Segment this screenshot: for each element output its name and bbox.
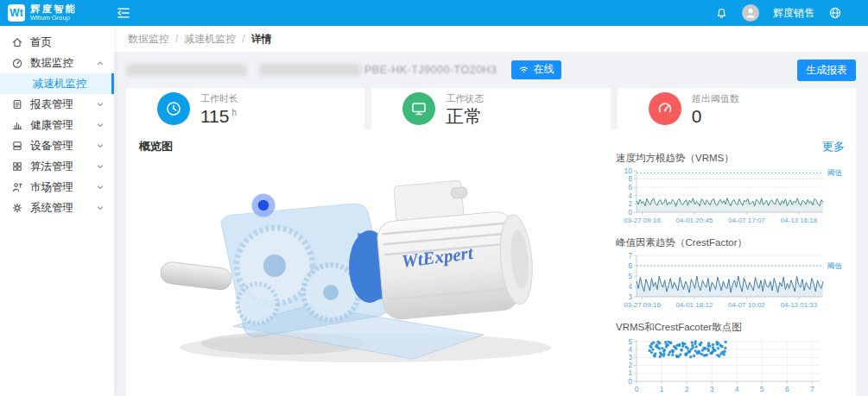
generate-report-button[interactable]: 生成报表: [797, 60, 856, 81]
svg-text:4: 4: [628, 345, 632, 354]
breadcrumb-item-数据监控[interactable]: 数据监控: [128, 32, 169, 47]
monitor-icon: [11, 57, 23, 69]
svg-text:04-07 10:02: 04-07 10:02: [728, 301, 765, 309]
svg-text:7: 7: [810, 385, 814, 393]
device-name-fragment: PBE-HK-TJ9000-TO20H3: [364, 64, 497, 76]
breadcrumb-item-详情: 详情: [251, 32, 272, 47]
sidebar-item-系统管理[interactable]: 系统管理: [0, 198, 114, 218]
language-globe-icon[interactable]: [828, 6, 842, 20]
screen-icon: [402, 92, 435, 125]
line-chart: 0246810阈值03-27 09:1604-01 20:4504-07 17:…: [614, 166, 859, 226]
wifi-icon: [518, 65, 529, 74]
sidebar-item-设备管理[interactable]: 设备管理: [0, 135, 114, 156]
device-icon: [11, 140, 23, 152]
svg-text:4: 4: [628, 282, 632, 291]
gearbox-3d-render: WtExpert: [154, 166, 586, 373]
main-area: 数据监控/减速机监控/详情 PBE-HK-TJ9000-TO20H3 在线 生成…: [114, 26, 868, 396]
chart-title: VRMS和CrestFacoter散点图: [616, 321, 859, 333]
svg-text:04-07 17:07: 04-07 17:07: [728, 217, 765, 224]
chevron-down-icon: [95, 161, 105, 172]
svg-text:6: 6: [628, 261, 632, 270]
chevron-down-icon: [95, 99, 105, 110]
system-icon: [11, 202, 23, 214]
chevron-down-icon: [95, 120, 105, 130]
sidebar-item-算法管理[interactable]: 算法管理: [0, 156, 114, 177]
chevron-down-icon: [95, 141, 105, 151]
stat-label: 工作时长: [200, 92, 238, 105]
threshold-label: 阈值: [827, 261, 843, 270]
svg-text:5: 5: [628, 272, 632, 280]
stat-label: 工作状态: [446, 92, 484, 105]
svg-text:8: 8: [628, 174, 632, 183]
svg-text:5: 5: [628, 337, 632, 346]
svg-text:2: 2: [685, 385, 689, 393]
breadcrumb-separator: /: [175, 33, 178, 45]
market-icon: [11, 181, 23, 193]
sidebar-nav: 首页数据监控减速机监控报表管理健康管理设备管理算法管理市场管理系统管理: [0, 26, 114, 396]
sidebar-item-label: 首页: [30, 35, 52, 50]
svg-text:1: 1: [628, 368, 632, 377]
sidebar-item-首页[interactable]: 首页: [0, 32, 114, 53]
svg-text:04-01 20:45: 04-01 20:45: [676, 217, 713, 224]
notification-bell-icon[interactable]: [715, 7, 728, 20]
svg-text:03-27 09:16: 03-27 09:16: [624, 301, 661, 309]
sidebar-item-label: 市场管理: [30, 180, 73, 195]
stat-value: 0: [692, 107, 739, 125]
svg-text:7: 7: [628, 251, 632, 260]
sidebar-item-label: 设备管理: [30, 139, 73, 154]
home-icon: [11, 36, 23, 48]
stat-value: 正常: [446, 107, 484, 125]
stat-card-工作状态: 工作状态正常: [371, 88, 610, 129]
threshold-label: 阈值: [827, 168, 843, 177]
online-status-label: 在线: [534, 62, 554, 77]
stats-row: 工作时长115h工作状态正常超出阈值数0: [126, 88, 856, 129]
device-hotspot-marker[interactable]: [252, 194, 276, 217]
stat-unit: h: [231, 108, 237, 117]
health-icon: [11, 119, 23, 131]
svg-text:4: 4: [735, 385, 739, 393]
svg-text:6: 6: [785, 385, 789, 393]
svg-text:2: 2: [628, 199, 632, 208]
svg-text:0: 0: [628, 377, 632, 386]
chevron-down-icon: [95, 182, 105, 192]
app-logo: Wt 辉度智能 Witium Group: [0, 4, 114, 22]
svg-text:3: 3: [628, 353, 632, 361]
stat-card-工作时长: 工作时长115h: [126, 88, 364, 129]
gauge-icon: [649, 92, 681, 125]
logo-subtitle: Witium Group: [30, 15, 77, 22]
svg-text:03-27 09:16: 03-27 09:16: [624, 217, 661, 224]
line-chart: 34567阈值03-27 09:1604-01 18:1204-07 10:02…: [614, 250, 859, 311]
online-status-badge: 在线: [511, 60, 561, 79]
sidebar-subitem-减速机监控[interactable]: 减速机监控: [0, 73, 114, 94]
svg-text:0: 0: [628, 208, 632, 217]
svg-text:4: 4: [628, 192, 632, 200]
sidebar-item-数据监控[interactable]: 数据监控: [0, 53, 114, 73]
stat-value: 115h: [200, 107, 238, 125]
redacted-device-name-block: [126, 64, 247, 76]
stat-card-超出阈值数: 超出阈值数0: [618, 88, 856, 129]
sidebar-item-label: 报表管理: [30, 97, 73, 112]
menu-fold-icon[interactable]: [116, 5, 131, 21]
sidebar-item-报表管理[interactable]: 报表管理: [0, 94, 114, 115]
sidebar-item-市场管理[interactable]: 市场管理: [0, 177, 114, 198]
svg-text:1: 1: [660, 385, 664, 393]
breadcrumb-separator: /: [242, 33, 244, 45]
breadcrumb-item-减速机监控[interactable]: 减速机监控: [184, 32, 236, 47]
chevron-down-icon: [95, 203, 105, 213]
report-icon: [11, 98, 23, 110]
clock-icon: [157, 92, 190, 125]
chart-title: 峰值因素趋势（CrestFactor）: [616, 236, 859, 248]
svg-text:3: 3: [710, 385, 714, 393]
svg-text:04-13 01:33: 04-13 01:33: [781, 301, 818, 309]
sidebar-subitem-label: 减速机监控: [33, 77, 87, 91]
overview-panel: 概览图 更多: [126, 129, 856, 396]
user-avatar[interactable]: [742, 4, 759, 22]
svg-text:3: 3: [628, 292, 632, 301]
sidebar-item-健康管理[interactable]: 健康管理: [0, 115, 114, 135]
mini-charts-column: 速度均方根趋势（VRMS）0246810阈值03-27 09:1604-01 2…: [614, 152, 859, 396]
top-bar: Wt 辉度智能 Witium Group 辉度销售: [0, 0, 868, 26]
breadcrumb: 数据监控/减速机监控/详情: [114, 26, 868, 52]
user-name[interactable]: 辉度销售: [773, 6, 814, 21]
overview-title: 概览图: [139, 139, 173, 154]
sidebar-item-label: 数据监控: [30, 56, 73, 71]
